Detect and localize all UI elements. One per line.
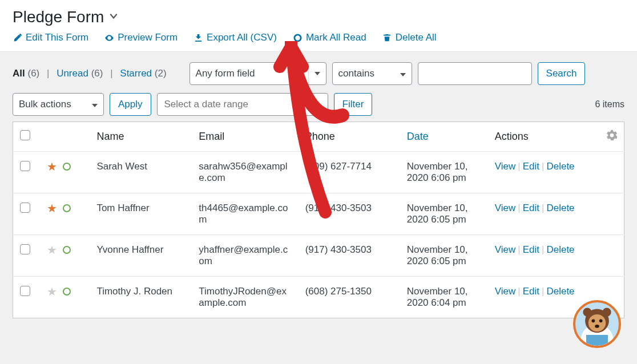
delete-all-label: Delete All	[396, 32, 437, 43]
select-all-checkbox[interactable]	[20, 130, 30, 140]
cell-phone: (608) 275-1350	[299, 277, 400, 318]
edit-link[interactable]: Edit	[523, 244, 539, 255]
starred-count: (2)	[155, 68, 167, 79]
mark-all-read-label: Mark All Read	[306, 32, 366, 43]
delete-link[interactable]: Delete	[546, 244, 574, 255]
edit-form-label: Edit This Form	[26, 32, 88, 43]
items-count: 6 items	[595, 99, 624, 110]
apply-button[interactable]: Apply	[110, 93, 151, 116]
read-indicator[interactable]	[63, 288, 71, 296]
cell-name: Tom Haffner	[90, 193, 192, 235]
delete-link[interactable]: Delete	[546, 203, 574, 213]
svg-point-5	[583, 308, 591, 317]
delete-link[interactable]: Delete	[546, 161, 574, 172]
cell-name: Sarah West	[90, 152, 192, 193]
svg-point-9	[595, 325, 599, 328]
date-range-input[interactable]	[157, 93, 328, 116]
row-checkbox[interactable]	[20, 161, 30, 171]
cell-name: Timothy J. Roden	[90, 277, 192, 318]
help-mascot[interactable]	[573, 300, 621, 348]
title-dropdown-caret[interactable]	[108, 11, 119, 23]
svg-point-6	[603, 308, 611, 317]
row-checkbox[interactable]	[20, 244, 30, 254]
star-icon[interactable]: ★	[47, 161, 57, 172]
col-header-email[interactable]: Email	[192, 122, 298, 152]
cell-email: th4465@example.com	[192, 193, 298, 235]
star-icon[interactable]: ★	[47, 203, 57, 214]
bulk-actions-label: Bulk actions	[19, 99, 71, 110]
read-indicator[interactable]	[63, 204, 71, 212]
svg-point-8	[599, 319, 603, 322]
edit-link[interactable]: Edit	[523, 203, 539, 213]
col-header-actions: Actions	[488, 122, 600, 152]
cell-name: Yvonne Haffner	[90, 235, 192, 277]
chevron-down-icon	[400, 73, 406, 76]
cell-phone: (209) 627-7714	[299, 152, 400, 193]
eye-icon	[104, 33, 114, 43]
cell-date: November 10, 2020 6:04 pm	[400, 277, 488, 318]
col-header-phone[interactable]: Phone	[299, 122, 400, 152]
chevron-down-icon	[315, 72, 320, 75]
row-checkbox[interactable]	[20, 286, 30, 296]
operator-select-label: contains	[338, 68, 374, 79]
table-row: ★Timothy J. RodenTimothyJRoden@example.c…	[13, 277, 624, 318]
view-link[interactable]: View	[495, 244, 516, 255]
row-checkbox[interactable]	[20, 203, 30, 213]
edit-link[interactable]: Edit	[523, 161, 539, 172]
bulk-actions-select[interactable]: Bulk actions	[13, 93, 104, 116]
operator-select[interactable]: contains	[332, 62, 412, 85]
all-count: (6)	[27, 68, 39, 79]
field-select-label: Any form field	[196, 68, 255, 79]
export-icon	[193, 33, 203, 43]
preview-form-label: Preview Form	[118, 32, 178, 43]
field-select[interactable]: Any form field	[190, 62, 326, 85]
edit-link[interactable]: Edit	[523, 286, 539, 297]
mark-all-read-link[interactable]: Mark All Read	[293, 32, 366, 43]
read-indicator[interactable]	[63, 163, 71, 171]
column-settings[interactable]	[600, 122, 624, 152]
cell-email: TimothyJRoden@example.com	[192, 277, 298, 318]
col-header-name[interactable]: Name	[90, 122, 192, 152]
filter-tab-all[interactable]: All	[13, 68, 25, 79]
table-row: ★Tom Haffnerth4465@example.com(917) 430-…	[13, 193, 624, 235]
cell-actions: View|Edit|Delete	[488, 235, 600, 277]
search-value-input[interactable]	[418, 62, 532, 85]
filter-button[interactable]: Filter	[334, 93, 373, 116]
star-icon[interactable]: ★	[47, 286, 57, 297]
chevron-down-icon	[92, 104, 98, 107]
svg-point-7	[592, 319, 595, 322]
trash-icon	[382, 33, 392, 43]
view-link[interactable]: View	[495, 203, 516, 213]
page-title: Pledge Form	[13, 8, 104, 26]
export-csv-link[interactable]: Export All (CSV)	[193, 32, 277, 43]
filter-tab-starred[interactable]: Starred	[120, 68, 152, 79]
cell-email: sarahw356@example.com	[192, 152, 298, 193]
svg-rect-2	[586, 335, 608, 346]
circle-icon	[293, 33, 303, 43]
table-row: ★Sarah Westsarahw356@example.com(209) 62…	[13, 152, 624, 193]
pencil-icon	[13, 33, 22, 43]
cell-date: November 10, 2020 6:05 pm	[400, 193, 488, 235]
search-button[interactable]: Search	[538, 62, 586, 85]
cell-date: November 10, 2020 6:05 pm	[400, 235, 488, 277]
view-link[interactable]: View	[495, 161, 516, 172]
unread-count: (6)	[91, 68, 103, 79]
filter-tab-unread[interactable]: Unread	[57, 68, 88, 79]
table-row: ★Yvonne Haffneryhaffner@example.com(917)…	[13, 235, 624, 277]
svg-point-4	[588, 314, 606, 331]
cell-phone: (917) 430-3503	[299, 235, 400, 277]
star-icon[interactable]: ★	[47, 244, 57, 256]
edit-form-link[interactable]: Edit This Form	[13, 32, 88, 43]
svg-point-0	[295, 34, 301, 41]
cell-actions: View|Edit|Delete	[488, 152, 600, 193]
delete-link[interactable]: Delete	[546, 286, 574, 297]
col-header-date[interactable]: Date	[400, 122, 488, 152]
cell-date: November 10, 2020 6:06 pm	[400, 152, 488, 193]
cell-email: yhaffner@example.com	[192, 235, 298, 277]
view-link[interactable]: View	[495, 286, 516, 297]
read-indicator[interactable]	[63, 246, 71, 254]
export-csv-label: Export All (CSV)	[207, 32, 277, 43]
cell-actions: View|Edit|Delete	[488, 193, 600, 235]
preview-form-link[interactable]: Preview Form	[104, 32, 178, 43]
delete-all-link[interactable]: Delete All	[382, 32, 437, 43]
